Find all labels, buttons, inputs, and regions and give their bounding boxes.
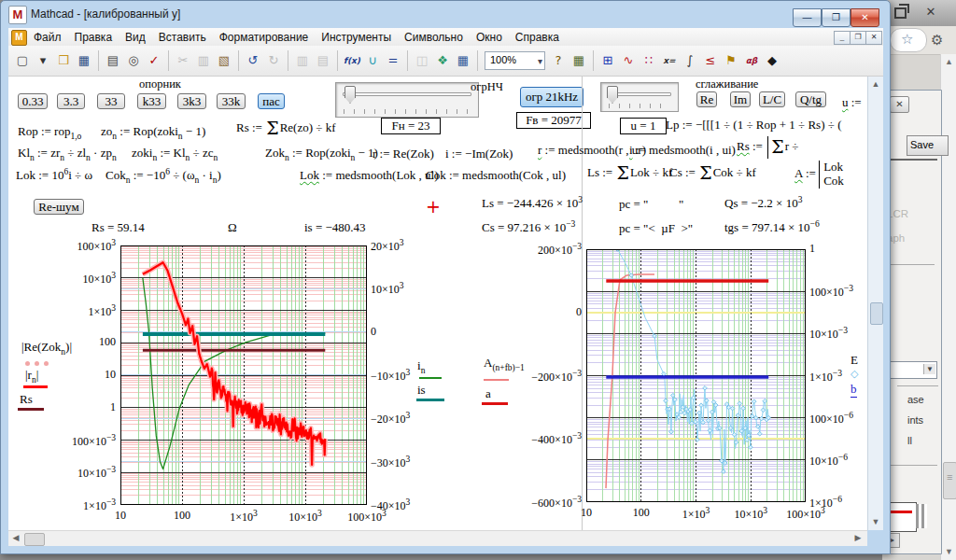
menu-Символьно[interactable]: Символьно — [398, 29, 470, 47]
formula-region[interactable]: Cok := medsmooth(Cok , ul) — [426, 168, 566, 183]
u-slider[interactable] — [600, 82, 679, 112]
new-icon[interactable]: ▢ — [13, 51, 32, 70]
formula-region[interactable]: zokin := Kln ÷ zcn — [132, 146, 218, 162]
menu-Справка[interactable]: Справка — [509, 29, 566, 47]
u-value-box[interactable]: u = 1 — [620, 118, 667, 134]
worksheet[interactable]: опорник 0.333.333k333k333kпас Fн = 23 ог… — [8, 77, 867, 530]
evaluation-palette-icon[interactable]: x= — [660, 51, 679, 70]
ref-button-3k3[interactable]: 3k3 — [177, 93, 206, 109]
lcr-close-button[interactable]: ✕ — [890, 96, 909, 113]
print-icon[interactable]: ▤ — [104, 51, 122, 70]
formula-region[interactable]: Ls = −244.426 × 103 — [482, 195, 583, 211]
formula-region[interactable]: Cokn := −106 ÷ (ωn · in) — [105, 167, 221, 185]
lcr-item-points[interactable]: ints — [907, 414, 923, 426]
close-button[interactable]: ✕ — [851, 8, 879, 27]
insert-table-icon[interactable]: ▦ — [454, 51, 472, 70]
fn-slider[interactable] — [335, 82, 479, 118]
scroll-down-icon[interactable]: ▼ — [941, 547, 956, 556]
formula-region[interactable]: tgs = 797.14 × 10−6 — [724, 219, 820, 235]
formula-region[interactable]: Zokn := Rop(zokin − 1) — [265, 146, 378, 162]
insert-object-icon[interactable]: ❖ — [433, 51, 452, 70]
formula-region[interactable]: Rs := Σr ÷ — [737, 136, 798, 159]
ref-button-0.33[interactable]: 0.33 — [18, 93, 48, 109]
smooth-button-Im[interactable]: Im — [730, 91, 751, 107]
browser-restore-icon[interactable] — [894, 7, 907, 19]
horizontal-scroll-thumb[interactable] — [24, 533, 45, 546]
lcr-chart-thumbnail[interactable] — [887, 502, 917, 532]
noise-chart[interactable] — [120, 245, 367, 505]
ref-button-3.3[interactable]: 3.3 — [57, 93, 85, 109]
matrix-palette-icon[interactable]: ∷ — [640, 51, 658, 70]
insert-unit-icon[interactable]: ∪ — [363, 51, 382, 70]
formula-region[interactable]: u := — [842, 95, 862, 110]
menu-Правка[interactable]: Правка — [68, 29, 120, 47]
formula-region[interactable]: Lp := −[[[1 ÷ (1 ÷ Rop + 1 ÷ Rs) ÷ ( — [666, 118, 841, 133]
programming-palette-icon[interactable]: ⚑ — [722, 51, 740, 70]
spell-check-icon[interactable]: ✓ — [145, 51, 163, 70]
smooth-button-L/C[interactable]: L/C — [759, 91, 785, 107]
formula-region[interactable]: Ls := ΣLok ÷ kf — [587, 162, 672, 183]
formula-region[interactable]: Ω — [228, 220, 237, 235]
ref-button-33[interactable]: 33 — [97, 93, 125, 109]
vertical-scroll-thumb[interactable] — [870, 302, 883, 325]
fv-value-box[interactable]: Fв = 20977 — [516, 112, 591, 129]
ref-button-k33[interactable]: k33 — [137, 93, 166, 109]
menu-Файл[interactable]: Файл — [27, 29, 68, 47]
lcr-item-all[interactable]: ll — [907, 435, 912, 446]
formula-region[interactable]: pc = "< µF >" — [619, 221, 693, 236]
minimize-button[interactable]: — — [793, 8, 822, 27]
smooth-button-Q/tg[interactable]: Q/tg — [795, 91, 826, 107]
ref-button-пас[interactable]: пас — [258, 93, 285, 109]
formula-region[interactable]: Rs := ΣRe(zo) ÷ kf — [236, 118, 335, 138]
document-icon[interactable]: M — [11, 30, 27, 46]
menu-Форматирование[interactable]: Форматирование — [213, 29, 316, 47]
formula-region[interactable]: A := LokCok — [794, 161, 844, 189]
calculus-palette-icon[interactable]: ∫ — [681, 51, 699, 70]
formula-region[interactable]: Rop := rop1,o — [18, 124, 81, 141]
zoom-select[interactable]: 100% — [485, 51, 545, 70]
fn-slider-thumb[interactable] — [344, 86, 356, 104]
greek-palette-icon[interactable]: αβ — [742, 51, 761, 70]
insert-function-icon[interactable]: f(x) — [343, 51, 361, 70]
formula-region[interactable]: pc = " " — [619, 197, 683, 212]
menu-Вставить[interactable]: Вставить — [152, 29, 213, 47]
formula-region[interactable]: Lok := medsmooth(Lok , ul) — [300, 168, 439, 183]
menu-Инструменты[interactable]: Инструменты — [315, 29, 398, 47]
browser-scroll-thumb[interactable] — [943, 462, 956, 499]
browser-close-icon[interactable]: ✕ — [921, 3, 940, 21]
browser-scrollbar[interactable]: ▲ ▼ — [940, 54, 956, 560]
wrench-icon[interactable]: ⚙ — [931, 32, 943, 49]
lcr-save-button[interactable]: Save — [907, 135, 949, 156]
formula-region[interactable]: Rs = 59.14 — [91, 220, 145, 235]
boolean-palette-icon[interactable]: ≤ — [701, 51, 720, 70]
graph-palette-icon[interactable]: ∿ — [619, 51, 638, 70]
smooth-button-Re[interactable]: Re — [696, 91, 717, 107]
formula-region[interactable]: r := Re(Zok) — [373, 147, 434, 161]
formula-region[interactable]: Cs = 97.216 × 10−3 — [482, 219, 575, 235]
formula-region[interactable]: Qs = −2.2 × 103 — [724, 195, 802, 211]
fn-value-box[interactable]: Fн = 23 — [381, 118, 441, 134]
undo-icon[interactable]: ↺ — [244, 51, 262, 70]
symbolic-palette-icon[interactable]: ◆ — [763, 51, 781, 70]
re-noise-button[interactable]: Re-шум — [34, 199, 84, 215]
evaluate-equals-icon[interactable]: = — [384, 51, 402, 70]
formula-region[interactable]: Cs := ΣCok ÷ kf — [669, 162, 756, 183]
open-icon[interactable]: ❒ — [54, 51, 73, 70]
maximize-button[interactable]: ❐ — [822, 8, 851, 27]
formula-region[interactable]: zon := Rop(zokin − 1) — [101, 124, 205, 141]
print-preview-icon[interactable]: ◎ — [124, 51, 143, 70]
formula-region[interactable]: i := medsmooth(i , ui) — [629, 143, 736, 158]
save-icon[interactable]: ▦ — [75, 51, 93, 70]
menu-Окно[interactable]: Окно — [470, 29, 509, 47]
mdi-restore-button[interactable]: ❐ — [850, 31, 866, 45]
formula-region[interactable]: i := −Im(Zok) — [445, 147, 513, 161]
paste-icon[interactable]: ▧ — [215, 51, 233, 70]
u-slider-thumb[interactable] — [607, 86, 618, 104]
scroll-up-icon[interactable]: ▲ — [941, 57, 956, 66]
help-icon[interactable]: ? — [549, 51, 568, 70]
gain-chart[interactable] — [586, 249, 806, 502]
ogr-21khz-button[interactable]: огр 21kHz — [520, 87, 583, 107]
menu-Вид[interactable]: Вид — [119, 29, 152, 47]
ref-button-33k[interactable]: 33k — [217, 93, 246, 109]
save-web-icon[interactable]: ▦ — [569, 51, 588, 70]
